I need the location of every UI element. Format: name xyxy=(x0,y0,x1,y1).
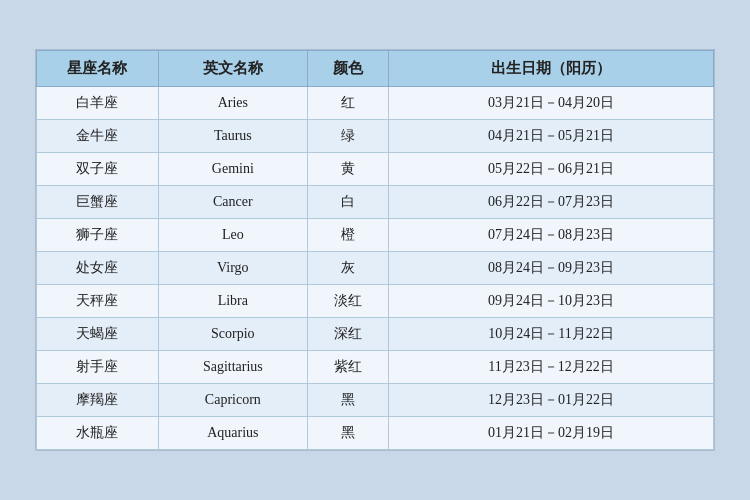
zodiac-table-container: 星座名称 英文名称 颜色 出生日期（阳历） 白羊座Aries红03月21日－04… xyxy=(35,49,715,451)
cell-chinese: 水瓶座 xyxy=(37,417,159,450)
header-chinese: 星座名称 xyxy=(37,51,159,87)
cell-english: Gemini xyxy=(158,153,307,186)
table-row: 处女座Virgo灰08月24日－09月23日 xyxy=(37,252,714,285)
cell-color: 紫红 xyxy=(307,351,388,384)
cell-english: Sagittarius xyxy=(158,351,307,384)
cell-date: 09月24日－10月23日 xyxy=(389,285,714,318)
table-row: 摩羯座Capricorn黑12月23日－01月22日 xyxy=(37,384,714,417)
table-row: 狮子座Leo橙07月24日－08月23日 xyxy=(37,219,714,252)
table-row: 双子座Gemini黄05月22日－06月21日 xyxy=(37,153,714,186)
cell-date: 05月22日－06月21日 xyxy=(389,153,714,186)
cell-chinese: 双子座 xyxy=(37,153,159,186)
cell-date: 01月21日－02月19日 xyxy=(389,417,714,450)
cell-color: 灰 xyxy=(307,252,388,285)
cell-english: Aries xyxy=(158,87,307,120)
cell-date: 12月23日－01月22日 xyxy=(389,384,714,417)
cell-color: 绿 xyxy=(307,120,388,153)
cell-date: 10月24日－11月22日 xyxy=(389,318,714,351)
table-row: 巨蟹座Cancer白06月22日－07月23日 xyxy=(37,186,714,219)
cell-chinese: 天秤座 xyxy=(37,285,159,318)
header-color: 颜色 xyxy=(307,51,388,87)
cell-date: 04月21日－05月21日 xyxy=(389,120,714,153)
header-english: 英文名称 xyxy=(158,51,307,87)
cell-chinese: 巨蟹座 xyxy=(37,186,159,219)
header-date: 出生日期（阳历） xyxy=(389,51,714,87)
cell-english: Taurus xyxy=(158,120,307,153)
table-row: 射手座Sagittarius紫红11月23日－12月22日 xyxy=(37,351,714,384)
table-body: 白羊座Aries红03月21日－04月20日金牛座Taurus绿04月21日－0… xyxy=(37,87,714,450)
cell-color: 黑 xyxy=(307,384,388,417)
cell-english: Cancer xyxy=(158,186,307,219)
cell-chinese: 白羊座 xyxy=(37,87,159,120)
cell-color: 红 xyxy=(307,87,388,120)
cell-chinese: 射手座 xyxy=(37,351,159,384)
cell-chinese: 摩羯座 xyxy=(37,384,159,417)
cell-color: 黑 xyxy=(307,417,388,450)
cell-chinese: 金牛座 xyxy=(37,120,159,153)
cell-color: 黄 xyxy=(307,153,388,186)
cell-date: 08月24日－09月23日 xyxy=(389,252,714,285)
table-row: 天蝎座Scorpio深红10月24日－11月22日 xyxy=(37,318,714,351)
table-row: 金牛座Taurus绿04月21日－05月21日 xyxy=(37,120,714,153)
cell-color: 淡红 xyxy=(307,285,388,318)
cell-date: 06月22日－07月23日 xyxy=(389,186,714,219)
cell-english: Virgo xyxy=(158,252,307,285)
zodiac-table: 星座名称 英文名称 颜色 出生日期（阳历） 白羊座Aries红03月21日－04… xyxy=(36,50,714,450)
table-row: 天秤座Libra淡红09月24日－10月23日 xyxy=(37,285,714,318)
cell-english: Leo xyxy=(158,219,307,252)
cell-english: Libra xyxy=(158,285,307,318)
cell-date: 03月21日－04月20日 xyxy=(389,87,714,120)
cell-color: 橙 xyxy=(307,219,388,252)
cell-chinese: 狮子座 xyxy=(37,219,159,252)
cell-chinese: 天蝎座 xyxy=(37,318,159,351)
table-row: 白羊座Aries红03月21日－04月20日 xyxy=(37,87,714,120)
cell-date: 11月23日－12月22日 xyxy=(389,351,714,384)
cell-english: Capricorn xyxy=(158,384,307,417)
cell-color: 白 xyxy=(307,186,388,219)
table-header-row: 星座名称 英文名称 颜色 出生日期（阳历） xyxy=(37,51,714,87)
cell-date: 07月24日－08月23日 xyxy=(389,219,714,252)
cell-color: 深红 xyxy=(307,318,388,351)
cell-english: Scorpio xyxy=(158,318,307,351)
cell-english: Aquarius xyxy=(158,417,307,450)
cell-chinese: 处女座 xyxy=(37,252,159,285)
table-row: 水瓶座Aquarius黑01月21日－02月19日 xyxy=(37,417,714,450)
